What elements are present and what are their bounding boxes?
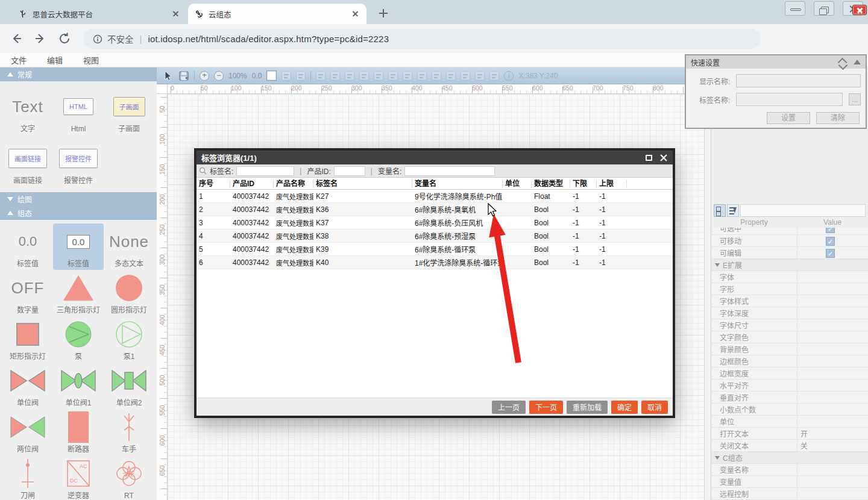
dialog-close-icon[interactable] <box>659 154 668 162</box>
dialog-title-bar[interactable]: 标签浏览器(1/1) <box>197 151 673 164</box>
forward-icon[interactable] <box>33 31 48 46</box>
property-row[interactable]: 打开文本 开 <box>711 428 868 440</box>
property-row[interactable]: 字体尺寸 <box>711 319 868 331</box>
align-center-icon[interactable] <box>330 71 340 81</box>
property-filter-input[interactable] <box>740 204 866 217</box>
distribute-v-icon[interactable] <box>446 71 456 81</box>
quick-settings-header[interactable]: 快速设置 <box>686 55 866 69</box>
url-text[interactable]: iot.idosp.net/html/scada/editor.aspx.htm… <box>148 34 389 44</box>
property-row[interactable]: 变量名称 <box>711 464 868 476</box>
magnifier-icon[interactable] <box>296 71 306 81</box>
palette-item-tag-value[interactable]: 0.0标签值 <box>2 223 53 270</box>
palette-item-digital[interactable]: OFF数字量 <box>2 270 53 316</box>
dialog-button[interactable]: 上一页 <box>492 401 526 414</box>
dialog-button[interactable]: 重新加载 <box>567 401 608 414</box>
palette-item-rect-lamp[interactable]: 矩形指示灯 <box>2 316 53 363</box>
table-row[interactable]: 2 400037442 废气处理数据采集 K36 6#除臭系统-臭氧机 Bool… <box>197 203 673 216</box>
info-icon[interactable] <box>93 34 102 44</box>
palette-item-multistate-text[interactable]: None多态文本 <box>104 223 154 270</box>
info-icon[interactable]: i <box>504 71 514 81</box>
palette-item-inverter[interactable]: ACDC逆变器 <box>53 455 104 500</box>
property-row[interactable]: 小数点个数 <box>711 404 868 416</box>
property-row[interactable]: C组态 <box>711 452 868 464</box>
checkbox-checked-icon[interactable]: ✓ <box>826 228 835 233</box>
window-restore-button[interactable] <box>814 1 834 16</box>
grid-toggle-icon[interactable] <box>266 70 277 81</box>
pause-icon[interactable] <box>461 71 470 81</box>
display-name-input[interactable] <box>736 74 861 87</box>
property-row[interactable]: 可移动 ✓ <box>711 235 868 247</box>
tab-close-icon[interactable] <box>171 9 181 19</box>
dialog-maximize-icon[interactable] <box>646 155 652 161</box>
palette-item-html[interactable]: HTMLHtml <box>53 85 104 137</box>
new-tab-button[interactable] <box>377 7 389 19</box>
menu-item[interactable]: 编辑 <box>47 54 63 66</box>
canvas-scrollbar[interactable] <box>704 67 711 500</box>
browse-tags-button[interactable]: ... <box>849 93 861 105</box>
checkbox-checked-icon[interactable]: ✓ <box>826 237 835 246</box>
counter2-icon[interactable] <box>489 71 499 81</box>
align-middle-icon[interactable] <box>374 71 383 81</box>
section-draw[interactable]: 绘图 <box>0 192 157 206</box>
sort-az-icon[interactable] <box>727 204 739 217</box>
align-right-icon[interactable] <box>345 71 354 81</box>
categorize-icon[interactable] <box>714 204 726 217</box>
palette-item-two-way-valve[interactable]: 两位阀 <box>2 409 53 455</box>
checkbox-checked-icon[interactable]: ✓ <box>826 249 835 258</box>
palette-item-handle[interactable]: 车手 <box>104 409 154 455</box>
dock-icon[interactable] <box>838 58 846 66</box>
distribute-h-icon[interactable] <box>432 71 441 81</box>
palette-item-subscreen[interactable]: 子画面子画面 <box>104 85 154 137</box>
palette-item-circle-lamp[interactable]: 圆形指示灯 <box>104 270 154 316</box>
palette-item-triangle-lamp[interactable]: 三角形指示灯 <box>53 270 104 316</box>
table-row[interactable]: 5 400037442 废气处理数据采集 K39 6#除臭系统-循环泵 Bool… <box>197 243 673 256</box>
set-button[interactable]: 设置 <box>767 112 810 124</box>
property-row[interactable]: 远程控制 <box>711 488 868 500</box>
property-row[interactable]: 可编辑 ✓ <box>711 247 868 259</box>
align-left-icon[interactable] <box>316 71 326 81</box>
tag-filter-input[interactable] <box>236 166 294 176</box>
section-scada[interactable]: 组态 <box>0 206 157 220</box>
menu-item[interactable]: 视图 <box>83 54 99 66</box>
dialog-button[interactable]: 取消 <box>641 401 668 414</box>
table-row[interactable]: 3 400037442 废气处理数据采集 K37 6#除臭系统-负压风机 Boo… <box>197 216 673 230</box>
clear-button[interactable]: 清除 <box>816 112 860 124</box>
property-row[interactable]: 边框宽度 <box>711 367 868 380</box>
copy-icon[interactable] <box>281 71 291 81</box>
palette-item-screen-link[interactable]: 画面链接画面链接 <box>2 137 53 189</box>
save-icon[interactable] <box>178 70 189 81</box>
palette-item-valve2[interactable]: 单位阀2 <box>104 363 154 409</box>
tag-name-input[interactable] <box>736 93 843 106</box>
palette-item-pump[interactable]: 泵 <box>53 316 104 363</box>
zoom-in-icon[interactable]: + <box>200 71 209 81</box>
palette-item-pump1[interactable]: 泵1 <box>104 316 154 363</box>
palette-item-breaker[interactable]: 断路器 <box>53 409 104 455</box>
property-row[interactable]: E扩展 <box>711 259 868 271</box>
property-row[interactable]: 单位 <box>711 416 868 428</box>
palette-item-valve[interactable]: 单位阀 <box>2 363 53 409</box>
property-row[interactable]: 水平对齐 <box>711 380 868 392</box>
property-row[interactable]: 垂直对齐 <box>711 392 868 404</box>
window-minimize-button[interactable] <box>785 1 805 16</box>
property-row[interactable]: 背景颜色 <box>711 343 868 355</box>
tab-close-icon[interactable] <box>351 9 360 19</box>
collapse-icon[interactable] <box>854 60 861 64</box>
align-bottom-icon[interactable] <box>388 71 398 81</box>
property-row[interactable]: 关闭文本 关 <box>711 440 868 452</box>
property-row[interactable]: 字体深度 <box>711 307 868 319</box>
table-row[interactable]: 4 400037442 废气处理数据采集 K38 6#除臭系统-预湿泵 Bool… <box>197 230 673 243</box>
tab-scada[interactable]: 云组态 <box>188 4 366 24</box>
tab-platform[interactable]: 思普云大数据平台 <box>12 4 187 24</box>
variable-filter-input[interactable] <box>404 166 495 176</box>
palette-item-rt[interactable]: RT <box>104 455 154 500</box>
table-row[interactable]: 1 400037442 废气处理数据采集 K27 9号化学洗涤除臭系统-Ph值 … <box>197 190 673 203</box>
product-filter-input[interactable] <box>334 166 365 176</box>
property-row[interactable]: 可选中 ✓ <box>711 228 868 235</box>
property-row[interactable]: 文字颜色 <box>711 331 868 343</box>
counter-icon[interactable] <box>475 71 485 81</box>
property-value[interactable]: 关 <box>797 440 808 451</box>
property-row[interactable]: 边框颜色 <box>711 355 868 367</box>
select-cursor-icon[interactable] <box>163 70 174 81</box>
menu-item[interactable]: 文件 <box>11 54 27 66</box>
dialog-button[interactable]: 确定 <box>611 401 638 414</box>
